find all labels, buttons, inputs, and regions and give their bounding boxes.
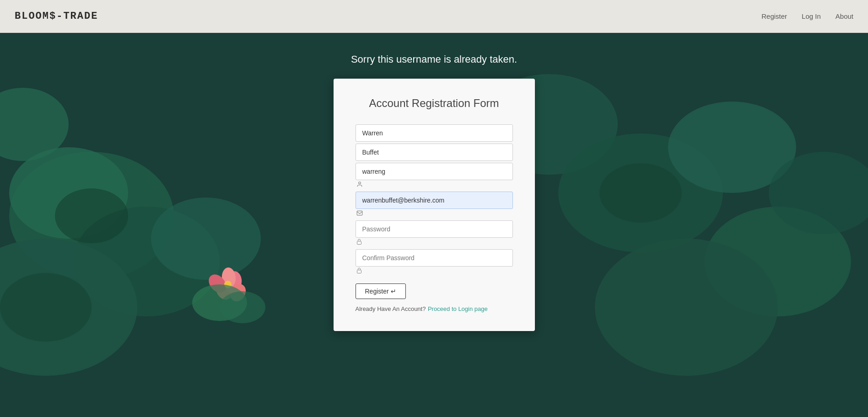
svg-rect-28 <box>357 241 361 245</box>
nav-login[interactable]: Log In <box>802 12 821 20</box>
first-name-input[interactable] <box>356 124 513 142</box>
lock2-icon <box>356 267 513 275</box>
login-prompt: Already Have An Account? Proceed to Logi… <box>356 305 513 313</box>
person-icon <box>356 181 513 189</box>
app-logo: BLOOM$-TRADE <box>15 11 98 22</box>
svg-rect-27 <box>357 211 362 215</box>
password-input[interactable] <box>356 220 513 238</box>
email-icon <box>356 210 513 218</box>
already-account-text: Already Have An Account? <box>356 305 426 312</box>
nav-register[interactable]: Register <box>761 12 787 20</box>
error-message: Sorry this username is already taken. <box>351 53 517 65</box>
first-name-wrapper <box>356 124 513 143</box>
svg-point-26 <box>358 182 361 184</box>
main-content: Sorry this username is already taken. Ac… <box>0 33 868 417</box>
app-header: BLOOM$-TRADE Register Log In About <box>0 0 868 33</box>
last-name-wrapper <box>356 144 513 162</box>
email-wrapper <box>356 192 513 218</box>
proceed-to-login-link[interactable]: Proceed to Login page <box>428 305 488 312</box>
nav-about[interactable]: About <box>836 12 853 20</box>
confirm-password-wrapper <box>356 249 513 275</box>
confirm-password-input[interactable] <box>356 249 513 267</box>
lock-icon <box>356 239 513 246</box>
registration-form-card: Account Registration Form <box>334 79 535 331</box>
form-title: Account Registration Form <box>356 97 513 110</box>
register-button[interactable]: Register ↵ <box>356 283 406 299</box>
last-name-input[interactable] <box>356 144 513 161</box>
svg-rect-29 <box>357 270 361 273</box>
username-input[interactable] <box>356 163 513 180</box>
header-nav: Register Log In About <box>761 12 853 20</box>
password-wrapper <box>356 220 513 246</box>
username-wrapper <box>356 163 513 189</box>
email-input[interactable] <box>356 192 513 209</box>
